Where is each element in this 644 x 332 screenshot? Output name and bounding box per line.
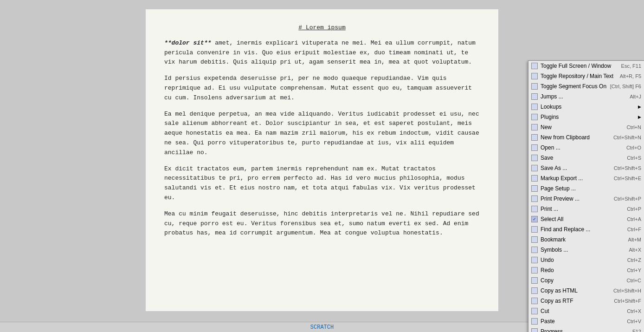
menu-icon-box-select-all: ✓ bbox=[531, 216, 538, 222]
menu-icon-box-markup-export bbox=[531, 175, 538, 182]
menu-icon-save bbox=[530, 154, 539, 162]
menu-shortcut-toggle-fullscreen: Esc, F11 bbox=[621, 63, 641, 69]
menu-shortcut-save: Ctrl+S bbox=[627, 155, 641, 161]
menu-icon-bookmark bbox=[530, 235, 539, 244]
menu-label-plugins: Plugins bbox=[541, 114, 636, 120]
menu-item-toggle-repository[interactable]: Toggle Repository / Main TextAlt+R, F5 bbox=[528, 71, 644, 81]
menu-item-copy[interactable]: CopyCtrl+C bbox=[528, 275, 644, 286]
menu-item-lookups[interactable]: Lookups▶ bbox=[528, 102, 644, 112]
editor-page[interactable]: # Lorem ipsum **dolor sit** amet, inermi… bbox=[146, 9, 498, 311]
paragraph-5: Mea cu minim feugait deseruisse, hinc de… bbox=[164, 209, 480, 238]
menu-icon-copy-as-html bbox=[530, 286, 539, 295]
menu-item-save[interactable]: SaveCtrl+S bbox=[528, 153, 644, 163]
menu-item-new-from-clipboard[interactable]: New from ClipboardCtrl+Shift+N bbox=[528, 132, 644, 143]
menu-label-toggle-fullscreen: Toggle Full Screen / Window bbox=[541, 63, 618, 69]
menu-item-progress[interactable]: Progress ...F12 bbox=[528, 326, 644, 332]
menu-shortcut-copy: Ctrl+C bbox=[627, 278, 641, 283]
menu-icon-box-redo bbox=[531, 267, 538, 273]
menu-shortcut-bookmark: Alt+M bbox=[628, 237, 641, 242]
paragraph-2: Id persius expetenda deseruisse pri, per… bbox=[164, 74, 480, 103]
menu-item-print-preview[interactable]: Print Preview ...Ctrl+Shift+P bbox=[528, 194, 644, 204]
menu-item-select-all[interactable]: ✓Select AllCtrl+A bbox=[528, 214, 644, 224]
menu-item-print[interactable]: Print ...Ctrl+P bbox=[528, 204, 644, 214]
bold-italic-text: **dolor sit** bbox=[164, 39, 211, 46]
menu-shortcut-print-preview: Ctrl+Shift+P bbox=[614, 196, 641, 202]
menu-item-copy-as-rtf[interactable]: Copy as RTFCtrl+Shift+F bbox=[528, 296, 644, 306]
menu-label-bookmark: Bookmark bbox=[541, 236, 625, 243]
page-title: # Lorem ipsum bbox=[164, 23, 480, 33]
paragraph-4: Ex dicit tractatos eum, partem inermis r… bbox=[164, 164, 480, 203]
menu-icon-cut bbox=[530, 307, 539, 315]
menu-label-lookups: Lookups bbox=[541, 104, 636, 110]
menu-icon-box-undo bbox=[531, 257, 538, 263]
menu-icon-copy bbox=[530, 276, 539, 285]
menu-item-open[interactable]: Open ...Ctrl+O bbox=[528, 143, 644, 153]
menu-label-copy-as-html: Copy as HTML bbox=[541, 287, 610, 294]
menu-item-new[interactable]: NewCtrl+N bbox=[528, 122, 644, 132]
menu-icon-symbols bbox=[530, 246, 539, 254]
menu-shortcut-undo: Ctrl+Z bbox=[627, 257, 641, 263]
menu-icon-box-copy-as-html bbox=[531, 287, 538, 294]
menu-icon-open bbox=[530, 143, 539, 152]
menu-shortcut-new: Ctrl+N bbox=[627, 124, 641, 130]
menu-icon-undo bbox=[530, 256, 539, 264]
menu-shortcut-paste: Ctrl+V bbox=[627, 319, 641, 324]
menu-item-page-setup[interactable]: Page Setup ... bbox=[528, 183, 644, 194]
scratch-label: SCRATCH bbox=[310, 324, 334, 331]
menu-icon-toggle-segment bbox=[530, 82, 539, 91]
menu-icon-plugins bbox=[530, 113, 539, 121]
menu-icon-box-open bbox=[531, 144, 538, 151]
menu-icon-print-preview bbox=[530, 195, 539, 203]
menu-icon-box-new bbox=[531, 124, 538, 130]
menu-shortcut-jumps: Alt+J bbox=[630, 94, 641, 99]
menu-shortcut-cut: Ctrl+X bbox=[627, 308, 641, 314]
menu-label-toggle-repository: Toggle Repository / Main Text bbox=[541, 73, 616, 79]
menu-icon-toggle-fullscreen bbox=[530, 62, 539, 70]
menu-icon-page-setup bbox=[530, 184, 539, 193]
menu-label-open: Open ... bbox=[541, 144, 623, 151]
menu-shortcut-toggle-repository: Alt+R, F5 bbox=[620, 73, 641, 79]
menu-icon-progress bbox=[530, 327, 539, 332]
menu-icon-save-as bbox=[530, 164, 539, 172]
menu-item-bookmark[interactable]: BookmarkAlt+M bbox=[528, 234, 644, 245]
menu-shortcut-markup-export: Ctrl+Shift+E bbox=[614, 176, 641, 181]
menu-icon-paste bbox=[530, 317, 539, 325]
menu-item-plugins[interactable]: Plugins▶ bbox=[528, 112, 644, 122]
menu-icon-box-paste bbox=[531, 318, 538, 325]
menu-shortcut-symbols: Alt+X bbox=[629, 247, 641, 253]
menu-label-save: Save bbox=[541, 155, 623, 161]
menu-icon-select-all: ✓ bbox=[530, 215, 539, 223]
menu-shortcut-toggle-segment: [Ctrl, Shift] F6 bbox=[610, 84, 641, 89]
menu-label-markup-export: Markup Export ... bbox=[541, 175, 610, 182]
menu-label-undo: Undo bbox=[541, 257, 624, 263]
menu-label-jumps: Jumps ... bbox=[541, 93, 626, 100]
menu-label-print-preview: Print Preview ... bbox=[541, 195, 610, 202]
menu-label-page-setup: Page Setup ... bbox=[541, 185, 641, 192]
menu-label-paste: Paste bbox=[541, 318, 623, 325]
menu-label-find-replace: Find and Replace ... bbox=[541, 226, 624, 233]
menu-item-toggle-segment[interactable]: Toggle Segment Focus On / Off[Ctrl, Shif… bbox=[528, 81, 644, 91]
menu-item-paste[interactable]: PasteCtrl+V bbox=[528, 316, 644, 326]
menu-icon-box-toggle-segment bbox=[531, 83, 538, 90]
menu-shortcut-find-replace: Ctrl+F bbox=[627, 227, 641, 232]
menu-icon-new-from-clipboard bbox=[530, 133, 539, 142]
menu-item-find-replace[interactable]: Find and Replace ...Ctrl+F bbox=[528, 224, 644, 234]
menu-item-copy-as-html[interactable]: Copy as HTMLCtrl+Shift+H bbox=[528, 286, 644, 296]
menu-shortcut-save-as: Ctrl+Shift+S bbox=[614, 165, 641, 171]
menu-item-toggle-fullscreen[interactable]: Toggle Full Screen / WindowEsc, F11 bbox=[528, 61, 644, 71]
menu-item-save-as[interactable]: Save As ...Ctrl+Shift+S bbox=[528, 163, 644, 173]
menu-item-redo[interactable]: RedoCtrl+Y bbox=[528, 265, 644, 275]
menu-shortcut-redo: Ctrl+Y bbox=[627, 267, 641, 273]
menu-item-undo[interactable]: UndoCtrl+Z bbox=[528, 255, 644, 265]
menu-icon-box-toggle-fullscreen bbox=[531, 63, 538, 69]
menu-item-markup-export[interactable]: Markup Export ...Ctrl+Shift+E bbox=[528, 173, 644, 183]
menu-arrow-lookups: ▶ bbox=[638, 104, 641, 109]
menu-item-cut[interactable]: CutCtrl+X bbox=[528, 306, 644, 316]
menu-label-new: New bbox=[541, 124, 623, 130]
menu-item-jumps[interactable]: Jumps ...Alt+J bbox=[528, 91, 644, 102]
menu-icon-markup-export bbox=[530, 174, 539, 182]
menu-icon-box-plugins bbox=[531, 114, 538, 120]
menu-icon-box-print-preview bbox=[531, 195, 538, 202]
menu-item-symbols[interactable]: Symbols ...Alt+X bbox=[528, 245, 644, 255]
menu-icon-box-progress bbox=[531, 328, 538, 332]
